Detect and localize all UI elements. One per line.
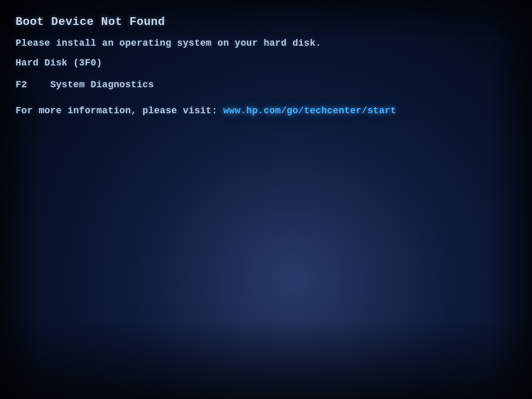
install-message: Please install an operating system on yo… [16,38,522,48]
error-title: Boot Device Not Found [16,16,522,29]
hard-disk-info: Hard Disk (3F0) [16,58,522,68]
diagnostics-key: F2 [16,79,27,90]
support-url: www.hp.com/go/techcenter/start [223,105,396,116]
diagnostics-line: F2 System Diagnostics [16,79,522,90]
more-info-line: For more information, please visit: www.… [16,105,522,116]
error-content: Boot Device Not Found Please install an … [10,16,522,116]
more-info-prefix: For more information, please visit: [16,105,218,116]
bios-error-screen: Boot Device Not Found Please install an … [0,0,532,399]
diagnostics-label: System Diagnostics [50,79,154,90]
